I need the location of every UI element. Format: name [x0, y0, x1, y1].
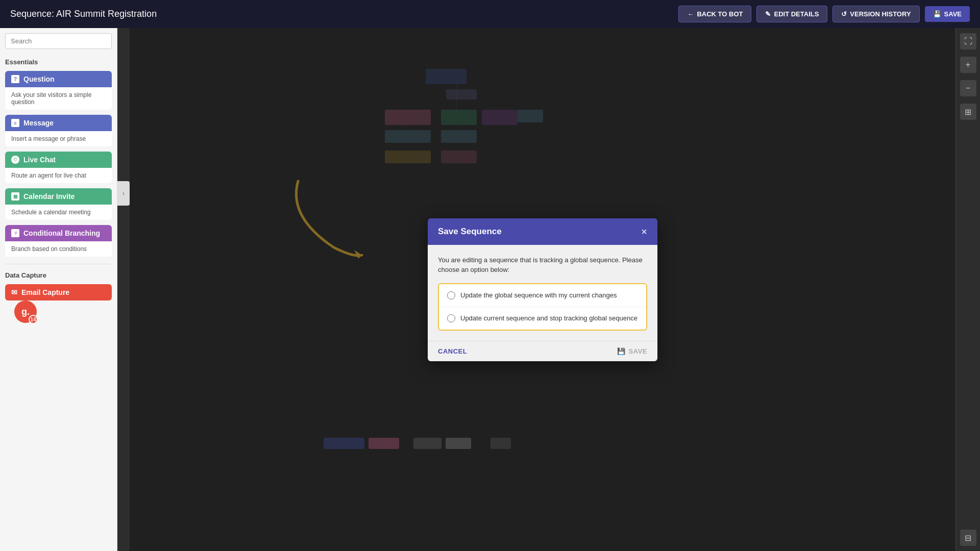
back-to-bot-button[interactable]: ← BACK TO BOT [678, 6, 751, 22]
modal-body: You are editing a sequence that is track… [428, 245, 657, 341]
search-input[interactable] [5, 33, 112, 49]
fullscreen-button[interactable]: ⛶ [960, 33, 976, 49]
sidebar-collapse-button[interactable]: ‹ [117, 181, 130, 206]
version-icon: ↺ [841, 10, 847, 18]
sidebar: Essentials ? Question Ask your site visi… [0, 28, 117, 551]
modal-option-1[interactable]: Update the global sequence with my curre… [439, 284, 646, 307]
question-icon: ? [11, 75, 19, 83]
avatar-area: g. 14 [14, 300, 117, 323]
notification-badge: 14 [29, 315, 38, 324]
sidebar-divider [5, 264, 112, 264]
modal-option-2[interactable]: Update current sequence and stop trackin… [439, 307, 646, 330]
sidebar-card-livechat[interactable]: ♡ Live Chat Route an agent for live chat [5, 152, 112, 183]
sidebar-card-calendar[interactable]: ▦ Calendar Invite Schedule a calendar me… [5, 188, 112, 220]
page-title: Sequence: AIR Summit Registration [10, 9, 157, 19]
fit-button[interactable]: ⊞ [960, 104, 976, 120]
sidebar-card-message[interactable]: ≡ Message Insert a message or phrase [5, 115, 112, 146]
modal-description: You are editing a sequence that is track… [438, 255, 647, 275]
topbar-actions: ← BACK TO BOT ✎ EDIT DETAILS ↺ VERSION H… [678, 6, 970, 22]
modal-close-button[interactable]: × [641, 227, 647, 237]
calendar-icon: ▦ [11, 192, 19, 201]
data-capture-label: Data Capture [5, 271, 112, 279]
save-sequence-modal: Save Sequence × You are editing a sequen… [428, 218, 657, 361]
zoom-in-button[interactable]: + [960, 57, 976, 73]
sidebar-card-conditional[interactable]: ⑂ Conditional Branching Branch based on … [5, 225, 112, 257]
back-arrow-icon: ← [687, 10, 694, 18]
option1-radio[interactable] [447, 291, 455, 299]
avatar[interactable]: g. 14 [14, 300, 37, 323]
right-toolbar: ⛶ + − ⊞ ⊟ [955, 28, 980, 551]
edit-details-button[interactable]: ✎ EDIT DETAILS [756, 6, 827, 22]
sidebar-card-question[interactable]: ? Question Ask your site visitors a simp… [5, 71, 112, 110]
edit-icon: ✎ [765, 10, 771, 18]
save-icon: 💾 [933, 10, 941, 18]
cancel-button[interactable]: CANCEL [438, 347, 467, 355]
message-icon: ≡ [11, 119, 19, 127]
conditional-icon: ⑂ [11, 229, 19, 237]
livechat-icon: ♡ [11, 156, 19, 164]
option2-radio[interactable] [447, 314, 455, 322]
zoom-out-button[interactable]: − [960, 80, 976, 96]
modal-title: Save Sequence [438, 227, 502, 237]
essentials-label: Essentials [5, 58, 112, 66]
canvas-area[interactable]: Save Sequence × You are editing a sequen… [130, 28, 955, 551]
modal-overlay: Save Sequence × You are editing a sequen… [130, 28, 955, 551]
save-top-button[interactable]: 💾 SAVE [925, 6, 970, 22]
topbar: Sequence: AIR Summit Registration ← BACK… [0, 0, 980, 28]
save-modal-icon: 💾 [617, 347, 626, 355]
modal-header: Save Sequence × [428, 218, 657, 245]
main-layout: Essentials ? Question Ask your site visi… [0, 28, 980, 551]
save-modal-button[interactable]: 💾 SAVE [617, 347, 647, 355]
modal-footer: CANCEL 💾 SAVE [428, 341, 657, 361]
modal-options: Update the global sequence with my curre… [438, 283, 647, 331]
panel-button[interactable]: ⊟ [960, 530, 976, 546]
email-capture-icon: ✉ [11, 288, 17, 296]
sidebar-card-email[interactable]: ✉ Email Capture [5, 284, 112, 300]
version-history-button[interactable]: ↺ VERSION HISTORY [832, 6, 919, 22]
